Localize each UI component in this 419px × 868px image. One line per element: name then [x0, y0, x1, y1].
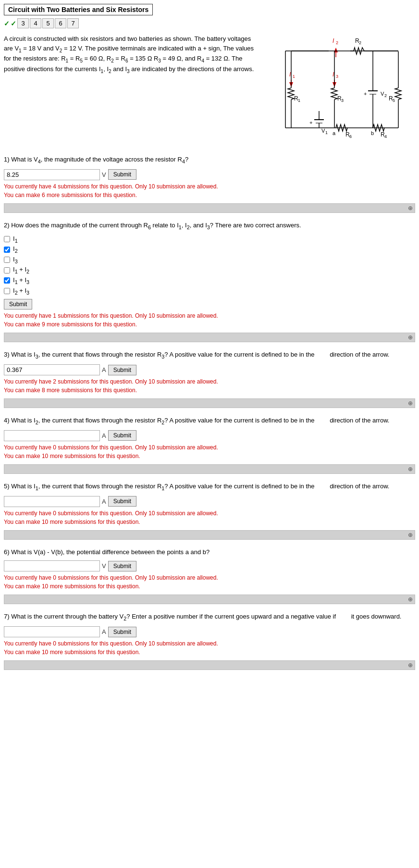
q6-input-row: V Submit — [4, 560, 415, 571]
q2-option-5[interactable]: I1 + I3 — [4, 276, 415, 285]
q1-collapse-bar[interactable]: ⊕ — [4, 203, 415, 213]
svg-text:V: V — [321, 128, 325, 134]
q3-input[interactable] — [4, 364, 100, 375]
circuit-diagram: I 2 R 2 I 1 I — [261, 34, 415, 146]
q5-input[interactable] — [4, 496, 100, 507]
q1-sub-info-1: You currently have 4 submissions for thi… — [4, 182, 415, 191]
q1-submit-button[interactable]: Submit — [108, 169, 136, 180]
nav-btn-7[interactable]: 7 — [67, 18, 79, 28]
svg-text:6: 6 — [349, 134, 352, 139]
q3-submit-button[interactable]: Submit — [108, 365, 136, 375]
svg-text:1: 1 — [293, 74, 295, 79]
q2-option-2[interactable]: I2 — [4, 245, 415, 254]
check-icon-2: ✓ — [11, 20, 16, 27]
q7-sub-info: You currently have 0 submissions for thi… — [4, 639, 415, 657]
q5-unit: A — [102, 498, 106, 505]
q1-sub-info: You currently have 4 submissions for thi… — [4, 182, 415, 199]
q5-collapse-bar[interactable]: ⊕ — [4, 530, 415, 540]
nav-bar: ✓ ✓ 3 4 5 6 7 — [4, 18, 415, 28]
q4-collapse-bar[interactable]: ⊕ — [4, 464, 415, 474]
svg-text:1: 1 — [298, 98, 300, 103]
q1-input[interactable] — [4, 169, 100, 180]
q6-collapse-icon[interactable]: ⊕ — [408, 596, 413, 603]
svg-text:V: V — [381, 91, 384, 97]
q6-title: 6) What is V(a) - V(b), the potential di… — [4, 547, 415, 557]
q1-unit: V — [102, 171, 106, 178]
q7-collapse-bar[interactable]: ⊕ — [4, 660, 415, 670]
q2-collapse-bar[interactable]: ⊕ — [4, 333, 415, 342]
q7-sub-info-2: You can make 10 more submissions for thi… — [4, 648, 415, 657]
q5-submit-button[interactable]: Submit — [108, 496, 136, 507]
q2-label-5: I1 + I3 — [13, 276, 29, 285]
q4-title: 4) What is I2, the current that flows th… — [4, 416, 415, 426]
circuit-svg: I 2 R 2 I 1 I — [261, 34, 406, 145]
q2-submit-button[interactable]: Submit — [4, 299, 32, 310]
q7-unit: A — [102, 628, 106, 635]
q3-input-row: A Submit — [4, 364, 415, 375]
q5-collapse-icon[interactable]: ⊕ — [408, 532, 413, 538]
q2-option-1[interactable]: I1 — [4, 235, 415, 244]
q3-sub-info-1: You currently have 2 submissions for thi… — [4, 377, 415, 386]
q2-option-4[interactable]: I1 + I2 — [4, 266, 415, 274]
q2-title: 2) How does the magnitude of the current… — [4, 221, 415, 231]
q7-collapse-icon[interactable]: ⊕ — [408, 662, 413, 669]
q2-checkbox-3[interactable] — [4, 257, 10, 263]
q2-checkbox-1[interactable] — [4, 236, 10, 242]
q4-submit-button[interactable]: Submit — [108, 430, 136, 441]
nav-btn-6[interactable]: 6 — [55, 18, 66, 28]
intro-text: A circuit is constructed with six resist… — [4, 34, 257, 146]
q4-unit: A — [102, 432, 106, 439]
q2-checkbox-4[interactable] — [4, 267, 10, 273]
q3-collapse-bar[interactable]: ⊕ — [4, 398, 415, 408]
q5-input-row: A Submit — [4, 496, 415, 507]
q7-submit-button[interactable]: Submit — [108, 627, 136, 637]
nav-btn-5[interactable]: 5 — [42, 18, 54, 28]
q1-input-row: V Submit — [4, 169, 415, 180]
q4-input[interactable] — [4, 430, 100, 441]
q2-sub-info-1: You currently have 1 submissions for thi… — [4, 311, 415, 320]
q2-option-6[interactable]: I2 + I3 — [4, 287, 415, 296]
q4-collapse-icon[interactable]: ⊕ — [408, 466, 413, 472]
q7-input-row: A Submit — [4, 626, 415, 637]
q2-checkbox-5[interactable] — [4, 277, 10, 284]
q2-checkbox-6[interactable] — [4, 288, 10, 294]
q2-label-3: I3 — [13, 256, 18, 264]
nav-btn-4[interactable]: 4 — [30, 18, 41, 28]
q3-unit: A — [102, 366, 106, 373]
q1-collapse-icon[interactable]: ⊕ — [408, 205, 413, 211]
svg-text:3: 3 — [336, 74, 338, 79]
q2-label-1: I1 — [13, 235, 18, 244]
q6-sub-info-2: You can make 10 more submissions for thi… — [4, 582, 415, 591]
q7-title: 7) What is the current through the batte… — [4, 612, 415, 622]
q5-sub-info-1: You currently have 0 submissions for thi… — [4, 509, 415, 518]
svg-text:5: 5 — [393, 98, 395, 103]
svg-text:b: b — [371, 130, 374, 136]
q4-sub-info-2: You can make 10 more submissions for thi… — [4, 452, 415, 460]
page-wrapper: Circuit with Two Batteries and Six Resis… — [0, 0, 419, 682]
svg-text:2: 2 — [384, 93, 387, 98]
q6-unit: V — [102, 562, 106, 570]
svg-text:2: 2 — [359, 40, 361, 45]
question-3: 3) What is I3, the current that flows th… — [4, 350, 415, 408]
q3-collapse-icon[interactable]: ⊕ — [408, 400, 413, 407]
q4-sub-info-1: You currently have 0 submissions for thi… — [4, 443, 415, 452]
q2-collapse-icon[interactable]: ⊕ — [408, 334, 413, 341]
q6-collapse-bar[interactable]: ⊕ — [4, 595, 415, 604]
svg-text:3: 3 — [341, 98, 344, 103]
q5-sub-info-2: You can make 10 more submissions for thi… — [4, 518, 415, 526]
question-7: 7) What is the current through the batte… — [4, 612, 415, 670]
q2-label-2: I2 — [13, 245, 18, 254]
q6-sub-info: You currently have 0 submissions for thi… — [4, 573, 415, 591]
q7-input[interactable] — [4, 626, 100, 637]
nav-btn-3[interactable]: 3 — [17, 18, 29, 28]
check-icon-1: ✓ — [4, 20, 10, 27]
q6-input[interactable] — [4, 560, 100, 571]
question-5: 5) What is I1, the current that flows th… — [4, 482, 415, 540]
q5-sub-info: You currently have 0 submissions for thi… — [4, 509, 415, 526]
q2-option-3[interactable]: I3 — [4, 256, 415, 264]
question-2: 2) How does the magnitude of the current… — [4, 221, 415, 342]
q2-label-4: I1 + I2 — [13, 266, 29, 274]
q7-sub-info-1: You currently have 0 submissions for thi… — [4, 639, 415, 648]
q2-checkbox-2[interactable] — [4, 247, 10, 253]
q6-submit-button[interactable]: Submit — [108, 561, 136, 571]
